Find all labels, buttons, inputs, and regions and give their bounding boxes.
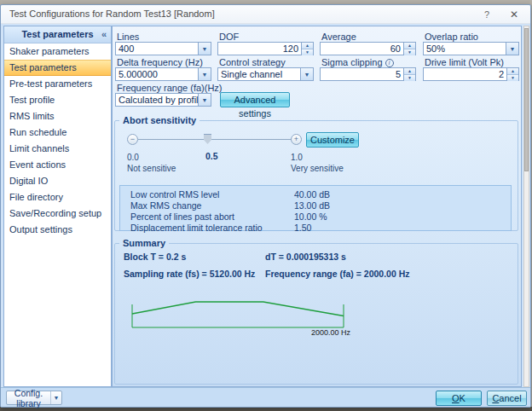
frequency-range-dropdown[interactable]: Calculated by profile ▼ — [115, 93, 211, 107]
spin-up-icon[interactable]: ▲ — [404, 68, 415, 75]
title-bar: Test Configurations for Random Test13 [R… — [1, 5, 530, 24]
spin-down-icon[interactable]: ▼ — [404, 49, 415, 55]
collapse-sidebar-icon[interactable]: « — [101, 26, 107, 43]
control-strategy-dropdown-arrow-icon[interactable]: ▼ — [300, 68, 313, 80]
overlap-dropdown-arrow-icon[interactable]: ▼ — [506, 43, 518, 55]
overlap-ratio-label: Overlap ratio — [425, 32, 478, 42]
abort-sensitivity-slider[interactable] — [138, 139, 292, 140]
chart-x-end-label: 2000.00 Hz — [311, 328, 350, 337]
delta-frequency-dropdown[interactable]: 5.000000 ▼ — [115, 67, 211, 81]
sigma-clipping-label-text: Sigma clipping — [321, 57, 383, 67]
sidebar: Test parameters « Shaker parameters Test… — [3, 26, 112, 387]
dof-spin-buttons[interactable]: ▲▼ — [301, 43, 313, 55]
advanced-settings-button[interactable]: Advanced settings — [220, 92, 290, 107]
chart-frame — [132, 302, 344, 327]
help-button[interactable]: ? — [477, 8, 496, 21]
drive-limit-label: Drive limit (Volt Pk) — [425, 57, 504, 67]
sidebar-item-pre-test-parameters[interactable]: Pre-test parameters — [4, 76, 111, 92]
summary-title: Summary — [119, 238, 169, 248]
info-icon[interactable]: i — [385, 59, 394, 67]
sidebar-header: Test parameters « — [4, 26, 111, 43]
summary-frequency-range: Frequency range (fa) = 2000.00 Hz — [265, 269, 410, 279]
abort-sensitivity-group: Abort sensitivity − + Customize 0.0 0.5 … — [114, 115, 518, 231]
average-label: Average — [321, 32, 356, 42]
average-value: 60 — [321, 43, 403, 54]
close-button[interactable]: ✕ — [505, 8, 523, 21]
profile-chart: 2000.00 Hz — [130, 298, 347, 333]
scrollbar-thumb[interactable] — [524, 28, 529, 171]
summary-group: Summary Block T = 0.2 s dT = 0.000195313… — [114, 238, 518, 385]
dialog-title: Test Configurations for Random Test13 [R… — [9, 9, 215, 19]
average-spin-buttons[interactable]: ▲▼ — [403, 43, 415, 55]
param-value: 10.00 % — [294, 211, 327, 222]
footer-bar: Config. library ▼ OK Cancel — [1, 387, 530, 407]
dof-label: DOF — [219, 32, 239, 42]
sidebar-item-test-profile[interactable]: Test profile — [4, 92, 111, 108]
param-value: 1.50 — [294, 223, 311, 233]
delta-frequency-value: 5.000000 — [116, 69, 198, 79]
summary-sampling-rate: Sampling rate (fs) = 5120.00 Hz — [124, 269, 255, 279]
spin-down-icon[interactable]: ▼ — [302, 49, 313, 55]
sidebar-item-event-actions[interactable]: Event actions — [4, 157, 111, 173]
drive-limit-value: 2 — [424, 69, 506, 79]
config-library-button[interactable]: Config. library ▼ — [6, 391, 62, 405]
spin-down-icon[interactable]: ▼ — [507, 75, 518, 81]
param-label: Max RMS change — [130, 200, 201, 211]
average-spinner[interactable]: 60 ▲▼ — [320, 42, 416, 55]
slider-current-value: 0.5 — [205, 151, 218, 161]
summary-dt: dT = 0.000195313 s — [265, 252, 346, 262]
content-panel: Lines 400 ▼ DOF 120 ▲▼ Average 60 ▲▼ Ove… — [112, 26, 522, 387]
ok-button[interactable]: OK — [436, 391, 482, 406]
param-label: Low control RMS level — [130, 189, 219, 200]
delta-frequency-label: Delta frequency (Hz) — [117, 57, 203, 67]
slider-min-caption: Not sensitive — [127, 164, 176, 173]
sigma-clipping-spinner[interactable]: 5 ▲▼ — [320, 67, 416, 81]
sigma-clipping-spin-buttons[interactable]: ▲▼ — [403, 68, 415, 80]
sidebar-item-output-settings[interactable]: Output settings — [4, 222, 111, 238]
lines-dropdown-arrow-icon[interactable]: ▼ — [198, 43, 211, 55]
sidebar-item-test-parameters[interactable]: Test parameters — [4, 60, 111, 76]
drive-limit-spin-buttons[interactable]: ▲▼ — [506, 68, 518, 80]
overlap-ratio-value: 50% — [424, 43, 506, 54]
cancel-button[interactable]: Cancel — [487, 391, 527, 406]
slider-max-caption: Very sensitive — [291, 164, 344, 173]
sidebar-item-save-recording-setup[interactable]: Save/Recording setup — [4, 206, 111, 222]
spin-down-icon[interactable]: ▼ — [404, 75, 415, 81]
control-strategy-label: Control strategy — [219, 57, 286, 67]
spin-up-icon[interactable]: ▲ — [404, 43, 415, 49]
control-strategy-value: Single channel — [218, 69, 300, 79]
sidebar-item-limit-channels[interactable]: Limit channels — [4, 141, 111, 157]
frequency-range-dropdown-arrow-icon[interactable]: ▼ — [198, 94, 211, 106]
sigma-clipping-value: 5 — [321, 69, 403, 79]
overlap-ratio-dropdown[interactable]: 50% ▼ — [423, 42, 519, 55]
param-label: Percent of lines past abort — [130, 211, 234, 222]
sidebar-item-digital-io[interactable]: Digital IO — [4, 173, 111, 189]
slider-decrease-icon[interactable]: − — [127, 134, 138, 145]
param-label: Displacement limit tolerance ratio — [130, 223, 263, 233]
sidebar-item-shaker-parameters[interactable]: Shaker parameters — [4, 43, 111, 60]
slider-thumb[interactable] — [204, 134, 211, 144]
spin-up-icon[interactable]: ▲ — [507, 68, 518, 75]
abort-params-panel: Low control RMS level 40.00 dB Max RMS c… — [119, 185, 512, 231]
sidebar-header-label: Test parameters — [21, 29, 93, 39]
drive-limit-spinner[interactable]: 2 ▲▼ — [423, 67, 519, 81]
summary-block-t: Block T = 0.2 s — [124, 252, 186, 262]
sidebar-item-rms-limits[interactable]: RMS limits — [4, 108, 111, 124]
lines-dropdown[interactable]: 400 ▼ — [115, 42, 211, 55]
vertical-scrollbar[interactable] — [523, 26, 529, 387]
delta-frequency-dropdown-arrow-icon[interactable]: ▼ — [198, 68, 211, 80]
sidebar-item-file-directory[interactable]: File directory — [4, 189, 111, 206]
customize-button[interactable]: Customize — [306, 132, 359, 148]
control-strategy-dropdown[interactable]: Single channel ▼ — [217, 67, 314, 81]
config-library-dropdown-arrow-icon[interactable]: ▼ — [50, 391, 61, 404]
lines-value: 400 — [116, 43, 198, 54]
slider-min-value: 0.0 — [127, 153, 139, 162]
dof-value: 120 — [218, 43, 301, 54]
sidebar-item-run-schedule[interactable]: Run schedule — [4, 124, 111, 141]
test-configurations-dialog: Test Configurations for Random Test13 [R… — [0, 4, 531, 408]
frequency-range-label: Frequency range (fa)(Hz) — [117, 83, 223, 93]
dof-spinner[interactable]: 120 ▲▼ — [217, 42, 314, 55]
param-value: 40.00 dB — [294, 189, 330, 200]
slider-increase-icon[interactable]: + — [291, 134, 302, 145]
spin-up-icon[interactable]: ▲ — [302, 43, 313, 49]
